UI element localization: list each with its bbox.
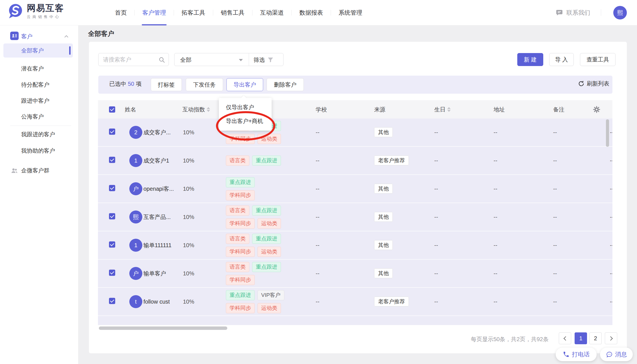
customer-name[interactable]: follow cust xyxy=(143,299,170,305)
birthday-value: -- xyxy=(434,186,438,192)
note-value: -- xyxy=(553,186,557,192)
cell-avatar-wrap: 1 xyxy=(129,239,142,252)
row-checkbox[interactable] xyxy=(109,129,115,135)
column-header-address: 地址 xyxy=(494,106,505,113)
chevron-right-icon xyxy=(608,336,613,341)
table-row: tfollow cust10%重点跟进VIP客户学科同步运动类--老客户推荐--… xyxy=(98,288,612,316)
import-button[interactable]: 导 入 xyxy=(549,53,574,66)
sidebar-item-wecom-groups[interactable]: 企微客户群 xyxy=(3,163,73,177)
vertical-scrollbar[interactable] xyxy=(606,119,609,147)
cell-avatar-wrap: 熙 xyxy=(129,210,142,223)
row-checkbox[interactable] xyxy=(109,242,115,248)
customer-name[interactable]: openapi客... xyxy=(143,185,174,193)
row-checkbox[interactable] xyxy=(109,157,115,163)
gear-icon[interactable] xyxy=(593,106,601,113)
customer-name[interactable]: 输单客户 xyxy=(143,270,166,277)
customer-name[interactable]: 成交客户... xyxy=(143,129,171,136)
sidebar-item[interactable]: 我协助的客户 xyxy=(3,144,73,158)
source-wrap: 老客户推荐 xyxy=(374,157,409,164)
sidebar-item-label: 全部客户 xyxy=(21,47,44,54)
nav-item[interactable]: 拓客工具 xyxy=(174,0,213,25)
customer-tag: 学科同步 xyxy=(226,275,255,285)
message-button[interactable]: 消息 xyxy=(600,348,633,361)
customer-search-box xyxy=(98,53,169,66)
cell-avatar-wrap: 1 xyxy=(129,154,142,167)
customer-tag: 运动类 xyxy=(258,218,281,229)
sidebar-item[interactable]: 潜在客户 xyxy=(3,62,73,76)
row-checkbox[interactable] xyxy=(109,270,115,276)
funnel-icon[interactable] xyxy=(267,56,274,63)
sidebar-item-label: 企微客户群 xyxy=(21,167,49,174)
delete-customers-button[interactable]: 删除客户 xyxy=(267,78,304,91)
call-button[interactable]: 打电话 xyxy=(556,348,597,361)
cell-checkbox-wrap xyxy=(109,213,115,221)
search-icon[interactable] xyxy=(158,56,165,63)
logo-subtitle: 云商销售中心 xyxy=(27,14,64,19)
sidebar-item-label: 跟进中客户 xyxy=(21,97,49,105)
interaction-score: 10% xyxy=(183,186,194,192)
customer-name[interactable]: 互客产品... xyxy=(143,213,171,221)
export-customers-button[interactable]: 导出客户 xyxy=(226,78,263,91)
sidebar-item[interactable]: 公海客户 xyxy=(3,109,73,124)
customer-tag: 重点跟进 xyxy=(252,262,281,272)
sort-icon[interactable] xyxy=(447,107,451,112)
sidebar-item[interactable]: 我跟进的客户 xyxy=(3,127,73,141)
row-checkbox[interactable] xyxy=(109,213,115,220)
extra-value: -- xyxy=(610,186,612,192)
customer-name[interactable]: 输单111111 xyxy=(143,242,171,249)
page-button[interactable]: 2 xyxy=(589,332,602,344)
sidebar-item[interactable]: 全部客户 xyxy=(3,43,73,58)
export-menu-item[interactable]: 仅导出客户 xyxy=(219,100,272,114)
nav-item[interactable]: 客户管理 xyxy=(135,0,174,25)
prev-page-button[interactable] xyxy=(559,332,571,344)
cell-checkbox-wrap xyxy=(109,270,115,277)
nav-item[interactable]: 系统管理 xyxy=(331,0,370,25)
column-header-birthday[interactable]: 生日 xyxy=(434,106,451,113)
new-customer-button[interactable]: 新 建 xyxy=(517,53,543,66)
customer-tag: 语言类 xyxy=(226,262,249,272)
contact-us-button[interactable]: 联系我们 xyxy=(556,0,590,25)
cell-checkbox-wrap xyxy=(109,185,115,193)
address-value: -- xyxy=(494,186,497,192)
sidebar-item-label: 待分配客户 xyxy=(21,81,49,89)
source-tag: 其他 xyxy=(374,184,393,194)
column-header-score[interactable]: 互动指数 xyxy=(182,106,210,113)
birthday-value: -- xyxy=(434,242,438,249)
filter-button[interactable]: 筛选 xyxy=(254,56,265,64)
birthday-value: -- xyxy=(434,214,438,220)
address-value: -- xyxy=(494,242,497,249)
dedupe-tool-button[interactable]: 查重工具 xyxy=(580,53,616,66)
sidebar-item[interactable]: 待分配客户 xyxy=(3,78,73,92)
user-avatar[interactable]: 熙 xyxy=(613,6,627,19)
nav-item[interactable]: 互动渠道 xyxy=(252,0,291,25)
assign-task-button[interactable]: 下发任务 xyxy=(186,78,223,91)
export-menu-item[interactable]: 导出客户+商机 xyxy=(219,114,272,128)
horizontal-scrollbar[interactable] xyxy=(99,326,227,330)
filter-select[interactable]: 全部 xyxy=(180,56,191,64)
tag-list: 语言类重点跟进学科同步 xyxy=(226,262,286,285)
customer-name[interactable]: 成交客户1 xyxy=(143,157,169,165)
source-tag: 老客户推荐 xyxy=(374,297,409,306)
customer-tag: 学科同步 xyxy=(226,303,255,313)
search-input[interactable] xyxy=(102,53,156,66)
refresh-list-button[interactable]: 刷新列表 xyxy=(578,80,609,87)
customer-tag: 重点跟进 xyxy=(252,155,281,166)
row-checkbox[interactable] xyxy=(109,185,115,191)
sort-icon[interactable] xyxy=(207,107,210,112)
source-tag: 其他 xyxy=(374,212,393,222)
source-wrap: 老客户推荐 xyxy=(374,298,409,305)
nav-item[interactable]: 数据报表 xyxy=(292,0,331,25)
sidebar-group-customers[interactable]: 客户 xyxy=(0,30,78,43)
chat-bubble-icon xyxy=(556,9,563,16)
extra-value: -- xyxy=(610,270,612,277)
nav-item[interactable]: 首页 xyxy=(107,0,134,25)
next-page-button[interactable] xyxy=(605,332,617,344)
logo-text: 网易互客 云商销售中心 xyxy=(27,3,64,19)
sidebar-item[interactable]: 跟进中客户 xyxy=(3,94,73,108)
row-checkbox[interactable] xyxy=(109,298,115,304)
tag-button[interactable]: 打标签 xyxy=(151,78,182,91)
tag-list: 语言类重点跟进学科同步运动类 xyxy=(226,205,286,229)
nav-item[interactable]: 销售工具 xyxy=(213,0,252,25)
page-button[interactable]: 1 xyxy=(575,332,587,344)
select-all-checkbox[interactable] xyxy=(109,106,115,113)
